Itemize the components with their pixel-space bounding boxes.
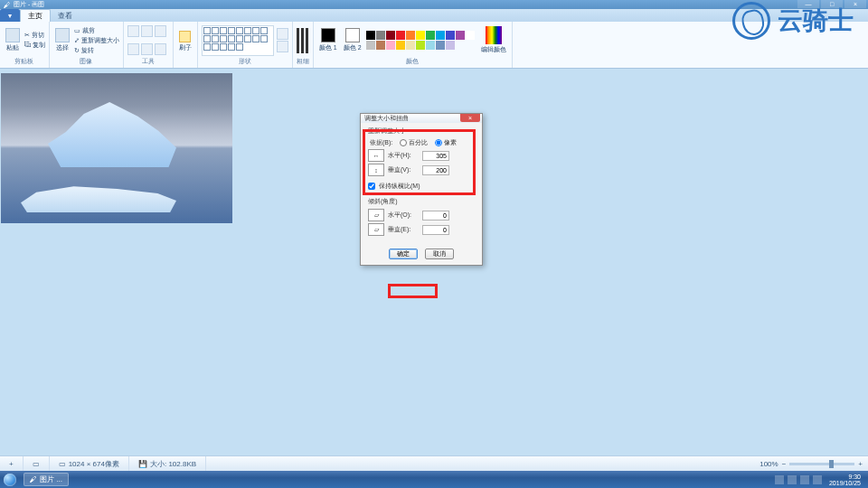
paste-button[interactable]: 粘贴: [4, 28, 22, 52]
outline-button[interactable]: [277, 28, 288, 40]
select-label: 选择: [56, 43, 69, 52]
brush-button[interactable]: 刷子: [177, 31, 193, 52]
resize-button[interactable]: ⤢ 重新调整大小: [74, 36, 119, 45]
eraser-tool[interactable]: [127, 43, 139, 55]
palette-swatch[interactable]: [406, 31, 415, 40]
tab-view[interactable]: 查看: [51, 10, 80, 22]
ok-button[interactable]: 确定: [389, 249, 418, 259]
edit-colors-label: 编辑颜色: [481, 45, 506, 54]
paste-icon: [5, 28, 20, 42]
color1-button[interactable]: 颜色 1: [317, 28, 339, 52]
zoom-in-button[interactable]: +: [858, 460, 863, 468]
zoom-out-button[interactable]: −: [782, 460, 787, 468]
window-title: 图片 - 画图: [14, 0, 44, 9]
resize-skew-dialog: 调整大小和扭曲 × 重新调整大小 依据(B): 百分比 像素 ↔ 水平(H): …: [360, 113, 483, 266]
color1-swatch: [321, 28, 335, 42]
status-filesize: 💾大小: 102.8KB: [129, 456, 206, 471]
dialog-close-button[interactable]: ×: [460, 114, 480, 122]
radio-percent[interactable]: 百分比: [400, 138, 428, 147]
ribbon-group-brush: 刷子: [174, 22, 198, 68]
crosshair-icon: +: [9, 460, 14, 468]
crop-button[interactable]: ▭ 裁剪: [74, 26, 119, 35]
radio-pixel[interactable]: 像素: [435, 138, 457, 147]
dialog-title: 调整大小和扭曲: [364, 114, 409, 123]
palette-swatch[interactable]: [466, 31, 475, 40]
stroke-width-button[interactable]: [297, 28, 308, 53]
palette-swatch[interactable]: [416, 31, 425, 40]
select-icon: [55, 28, 70, 42]
resize-v-icon: ↕: [368, 164, 384, 176]
palette-swatch[interactable]: [416, 41, 425, 50]
ribbon-group-clipboard: 粘贴 ✂ 剪切 ⿻ 复制 剪贴板: [0, 22, 50, 68]
edit-colors-button[interactable]: 编辑颜色: [479, 26, 508, 54]
palette-swatch[interactable]: [366, 31, 375, 40]
resize-h-label: 水平(H):: [388, 151, 419, 160]
skew-legend: 倾斜(角度): [368, 197, 475, 206]
fill-tool[interactable]: [141, 25, 153, 37]
ribbon-group-tools: 工具: [124, 22, 174, 68]
resize-h-input[interactable]: [422, 151, 449, 161]
color2-button[interactable]: 颜色 2: [342, 28, 363, 52]
resize-legend: 重新调整大小: [368, 127, 475, 136]
picker-tool[interactable]: [141, 43, 153, 55]
status-sel: ▭: [24, 456, 50, 471]
system-tray: 9:30 2019/10/25: [771, 474, 868, 486]
status-dimensions: ▭1024 × 674像素: [50, 456, 129, 471]
skew-v-input[interactable]: [422, 225, 449, 235]
dialog-titlebar[interactable]: 调整大小和扭曲 ×: [361, 114, 482, 123]
skew-v-icon: ▱: [368, 223, 384, 236]
palette-swatch[interactable]: [386, 41, 395, 50]
select-button[interactable]: 选择: [53, 28, 71, 52]
copy-button[interactable]: ⿻ 复制: [24, 41, 45, 50]
palette-swatch[interactable]: [396, 31, 405, 40]
palette-swatch[interactable]: [436, 31, 445, 40]
aspect-checkbox[interactable]: 保持纵横比(M): [368, 182, 475, 191]
palette-swatch[interactable]: [376, 31, 385, 40]
palette-swatch[interactable]: [426, 41, 435, 50]
group-label-colors: 颜色: [317, 57, 508, 66]
taskbar-clock[interactable]: 9:30 2019/10/25: [826, 474, 864, 486]
start-button[interactable]: [0, 471, 20, 488]
tray-sound-icon[interactable]: [800, 475, 809, 484]
rainbow-icon: [486, 26, 502, 44]
rotate-button[interactable]: ↻ 旋转: [74, 46, 119, 55]
palette-swatch[interactable]: [396, 41, 405, 50]
palette-swatch[interactable]: [376, 41, 385, 50]
zoom-slider[interactable]: [789, 463, 854, 465]
pencil-tool[interactable]: [127, 25, 139, 37]
brush-label: 刷子: [179, 43, 192, 52]
color-palette[interactable]: [366, 31, 476, 50]
palette-swatch[interactable]: [456, 31, 465, 40]
palette-swatch[interactable]: [426, 31, 435, 40]
palette-swatch[interactable]: [446, 41, 455, 50]
palette-swatch[interactable]: [436, 41, 445, 50]
group-label-shapes: 形状: [202, 57, 288, 66]
tray-flag-icon[interactable]: [813, 475, 822, 484]
text-tool[interactable]: [155, 25, 166, 37]
shapes-gallery[interactable]: [202, 25, 274, 56]
palette-swatch[interactable]: [406, 41, 415, 50]
taskbar-item-paint[interactable]: 🖌图片 ...: [24, 473, 69, 486]
resize-v-input[interactable]: [422, 165, 449, 175]
by-label: 依据(B):: [370, 138, 392, 147]
selection-icon: ▭: [33, 460, 40, 468]
tray-icon[interactable]: [775, 475, 784, 484]
tab-home[interactable]: 主页: [20, 9, 51, 22]
zoom-tool[interactable]: [155, 43, 166, 55]
palette-swatch[interactable]: [386, 31, 395, 40]
watermark-logo-icon: [732, 2, 770, 40]
brush-icon: [179, 31, 191, 42]
palette-swatch[interactable]: [366, 41, 375, 50]
ribbon-group-shapes: 形状: [198, 22, 293, 68]
palette-swatch[interactable]: [446, 31, 455, 40]
skew-fieldset: 倾斜(角度) ▱ 水平(O): ▱ 垂直(E):: [368, 197, 475, 238]
skew-h-input[interactable]: [422, 211, 449, 221]
cancel-button[interactable]: 取消: [425, 249, 454, 259]
disk-icon: 💾: [138, 460, 147, 468]
fill-shape-button[interactable]: [277, 41, 288, 52]
cut-button[interactable]: ✂ 剪切: [24, 31, 45, 40]
canvas-image: [1, 73, 232, 223]
tray-network-icon[interactable]: [788, 475, 797, 484]
clock-date: 2019/10/25: [829, 480, 861, 486]
app-menu-button[interactable]: ▾: [0, 9, 20, 22]
